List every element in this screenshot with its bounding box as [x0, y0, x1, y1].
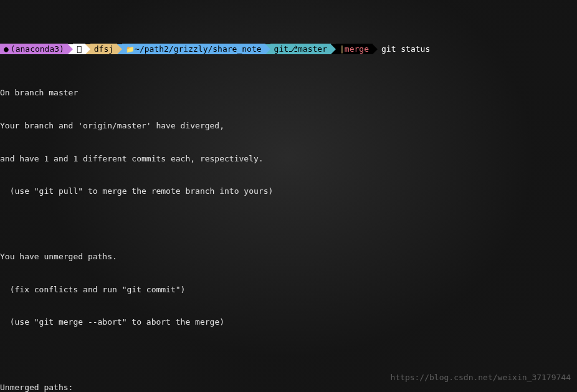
chevron-icon [265, 44, 270, 54]
apple-icon [77, 44, 82, 55]
output-line: Your branch and 'origin/master' have div… [0, 120, 577, 131]
output-line: Unmerged paths: [0, 382, 577, 392]
path-segment: ~/path2/grizzly/share_note [122, 44, 265, 54]
path-text: ~/path2/grizzly/share_note [135, 44, 262, 55]
output-line: (use "git pull" to merge the remote bran… [0, 186, 577, 197]
output-line: (fix conflicts and run "git commit") [0, 284, 577, 295]
blank-line [0, 219, 577, 229]
terminal[interactable]: (anaconda3)dfsj~/path2/grizzly/share_not… [0, 0, 577, 392]
chevron-icon [373, 44, 378, 54]
chevron-icon [117, 44, 122, 54]
git-segment: git master [270, 44, 331, 54]
bullet-icon [4, 44, 11, 55]
conda-env: (anaconda3) [11, 44, 64, 55]
branch-icon [288, 44, 298, 55]
blank-line [0, 350, 577, 360]
output-line: On branch master [0, 87, 577, 98]
chevron-icon [68, 44, 73, 54]
output-line: (use "git merge --abort" to abort the me… [0, 317, 577, 328]
conda-segment: (anaconda3) [0, 44, 68, 54]
folder-icon [126, 44, 135, 55]
pipe: | [340, 44, 345, 55]
merge-segment: | merge [336, 44, 373, 54]
apple-segment [73, 44, 85, 54]
chevron-icon [85, 44, 90, 54]
output-line: You have unmerged paths. [0, 251, 577, 262]
watermark: https://blog.csdn.net/weixin_37179744 [390, 372, 571, 383]
git-label: git [274, 44, 288, 55]
output-line: and have 1 and 1 different commits each,… [0, 153, 577, 165]
user-segment: dfsj [90, 44, 117, 54]
chevron-icon [331, 44, 336, 54]
prompt-line-1: (anaconda3)dfsj~/path2/grizzly/share_not… [0, 44, 577, 55]
branch-name: master [298, 44, 327, 55]
command-text: git status [378, 44, 430, 55]
merge-label: merge [345, 44, 369, 55]
